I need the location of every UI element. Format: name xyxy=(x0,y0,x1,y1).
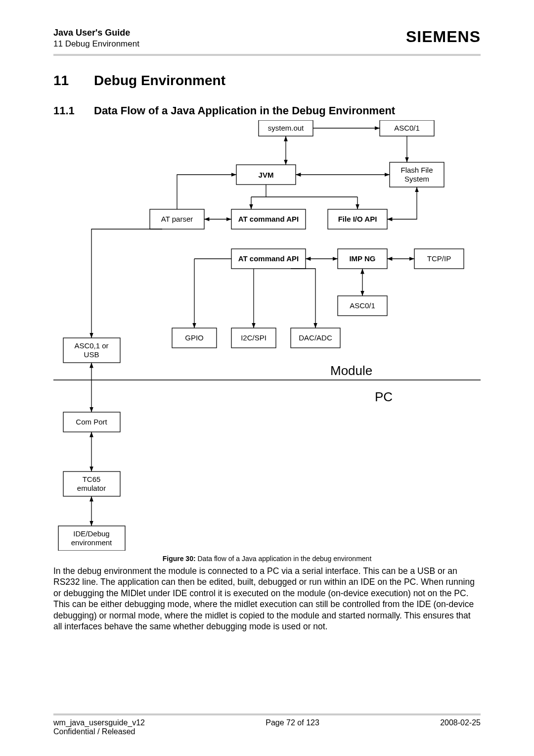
impng-box: IMP NG xyxy=(349,254,375,263)
atparser-box: AT parser xyxy=(161,215,193,223)
doc-title: Java User's Guide xyxy=(53,28,139,38)
ide-l2: environment xyxy=(71,538,112,547)
figure-text: Data flow of a Java application in the d… xyxy=(198,555,372,563)
page-number: Page 72 of 123 xyxy=(266,718,319,736)
atcmd1-box: AT command API xyxy=(238,215,299,223)
section-heading: 11 Debug Environment xyxy=(53,73,481,89)
figure-caption: Figure 30: Data flow of a Java applicati… xyxy=(53,555,481,563)
doc-id: wm_java_usersguide_v12 xyxy=(53,718,145,727)
body-paragraph: In the debug environment the module is c… xyxy=(53,566,481,632)
subsection-number: 11.1 xyxy=(53,104,94,117)
asc01-mid-box: ASC0/1 xyxy=(350,301,375,310)
dacadc-box: DAC/ADC xyxy=(299,333,332,342)
footer-left: wm_java_usersguide_v12 Confidential / Re… xyxy=(53,718,145,736)
module-label: Module xyxy=(330,363,372,378)
fileio-box: File I/O API xyxy=(338,215,377,223)
tcpip-box: TCP/IP xyxy=(427,254,451,263)
page-header: Java User's Guide 11 Debug Environment S… xyxy=(53,28,481,56)
gpio-box: GPIO xyxy=(185,333,204,342)
subsection-title: Data Flow of a Java Application in the D… xyxy=(94,104,395,117)
figure-label: Figure 30: xyxy=(163,555,196,563)
tc65-l2: emulator xyxy=(77,484,106,492)
ide-l1: IDE/Debug xyxy=(73,529,109,538)
asc01-top-box: ASC0/1 xyxy=(394,124,420,132)
section-title: Debug Environment xyxy=(94,73,225,89)
section-number: 11 xyxy=(53,73,94,89)
dataflow-diagram: .bx { fill:#fff; stroke:#000; stroke-wid… xyxy=(53,120,481,551)
siemens-logo: SIEMENS xyxy=(406,28,481,46)
ffs-box-l2: System xyxy=(404,175,429,183)
header-left: Java User's Guide 11 Debug Environment xyxy=(53,28,139,49)
comport-box: Com Port xyxy=(76,418,107,426)
tc65-l1: TC65 xyxy=(83,475,101,483)
ffs-box-l1: Flash File xyxy=(400,166,433,174)
atcmd2-box: AT command API xyxy=(238,254,299,263)
doc-date: 2008-02-25 xyxy=(440,718,481,736)
asc01usb-l1: ASC0,1 or xyxy=(74,341,108,350)
page-footer: wm_java_usersguide_v12 Confidential / Re… xyxy=(53,713,481,736)
jvm-box: JVM xyxy=(259,171,274,179)
subsection-heading: 11.1 Data Flow of a Java Application in … xyxy=(53,104,481,117)
classification: Confidential / Released xyxy=(53,727,145,736)
systemout-box: system.out xyxy=(268,124,304,132)
doc-subtitle: 11 Debug Environment xyxy=(53,39,139,49)
pc-label: PC xyxy=(375,389,393,404)
asc01usb-l2: USB xyxy=(84,350,99,359)
i2cspi-box: I2C/SPI xyxy=(241,333,267,342)
